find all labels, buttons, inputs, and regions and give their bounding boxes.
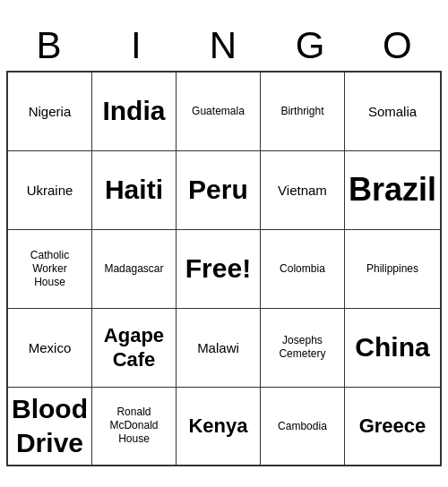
cell-text-3-1: AgapeCafe <box>104 323 164 372</box>
bingo-cell-3-0: Mexico <box>7 308 91 387</box>
bingo-cell-0-4: Somalia <box>344 72 441 150</box>
cell-text-4-0: BloodDrive <box>12 392 88 459</box>
bingo-cell-4-0: BloodDrive <box>7 387 91 466</box>
bingo-row-4: BloodDriveRonaldMcDonaldHouseKenyaCambod… <box>7 387 441 466</box>
header-letter-i: I <box>93 21 180 71</box>
cell-text-2-0: CatholicWorkerHouse <box>30 249 69 289</box>
cell-text-1-4: Brazil <box>349 171 436 209</box>
cell-text-2-3: Colombia <box>280 262 325 275</box>
cell-content-3-0: Mexico <box>12 312 88 383</box>
bingo-row-1: UkraineHaitiPeruVietnamBrazil <box>7 150 441 229</box>
bingo-cell-3-4: China <box>344 308 441 387</box>
bingo-row-0: NigeriaIndiaGuatemalaBirthrightSomalia <box>7 72 441 150</box>
bingo-cell-2-2: Free! <box>176 229 260 308</box>
cell-text-0-2: Guatemala <box>192 105 245 117</box>
cell-text-1-0: Ukraine <box>27 183 73 198</box>
cell-content-1-3: Vietnam <box>264 155 340 226</box>
cell-text-0-1: India <box>102 96 165 126</box>
bingo-cell-3-2: Malawi <box>176 308 260 387</box>
bingo-cell-1-3: Vietnam <box>260 150 344 229</box>
bingo-cell-1-2: Peru <box>176 150 260 229</box>
bingo-cell-0-3: Birthright <box>260 72 344 150</box>
cell-content-0-3: Birthright <box>264 76 340 147</box>
cell-content-0-0: Nigeria <box>12 76 88 147</box>
cell-content-1-0: Ukraine <box>12 155 88 226</box>
bingo-cell-0-1: India <box>91 72 176 150</box>
cell-text-1-1: Haiti <box>105 175 163 205</box>
cell-content-1-1: Haiti <box>96 155 172 226</box>
bingo-cell-4-2: Kenya <box>176 387 260 466</box>
cell-text-4-1: RonaldMcDonaldHouse <box>109 406 158 446</box>
cell-content-2-1: Madagascar <box>96 234 172 304</box>
cell-content-3-4: China <box>349 312 436 383</box>
header-letter-b: B <box>6 21 93 71</box>
cell-text-0-4: Somalia <box>368 104 417 119</box>
cell-text-4-2: Kenya <box>188 414 247 438</box>
cell-content-4-2: Kenya <box>180 391 256 462</box>
cell-content-1-2: Peru <box>180 155 256 226</box>
bingo-cell-1-0: Ukraine <box>7 150 91 229</box>
header-letter-n: N <box>180 21 267 71</box>
cell-content-0-4: Somalia <box>349 76 436 147</box>
bingo-cell-4-3: Cambodia <box>260 387 344 466</box>
cell-text-0-0: Nigeria <box>29 104 72 119</box>
bingo-cell-1-1: Haiti <box>91 150 176 229</box>
header-letter-g: G <box>268 21 355 71</box>
bingo-cell-2-3: Colombia <box>260 229 344 308</box>
bingo-row-2: CatholicWorkerHouseMadagascarFree!Colomb… <box>7 229 441 308</box>
bingo-cell-0-2: Guatemala <box>176 72 260 150</box>
cell-text-3-4: China <box>355 332 429 363</box>
bingo-cell-1-4: Brazil <box>344 150 441 229</box>
cell-content-0-2: Guatemala <box>180 76 256 147</box>
cell-content-4-0: BloodDrive <box>12 391 88 462</box>
bingo-cell-2-0: CatholicWorkerHouse <box>7 229 91 308</box>
bingo-cell-3-3: JosephsCemetery <box>260 308 344 387</box>
bingo-cell-4-4: Greece <box>344 387 441 466</box>
cell-text-1-2: Peru <box>188 175 248 205</box>
cell-text-1-3: Vietnam <box>278 183 327 198</box>
cell-content-2-4: Philippines <box>349 234 436 304</box>
cell-content-3-3: JosephsCemetery <box>264 312 340 383</box>
bingo-cell-4-1: RonaldMcDonaldHouse <box>91 387 176 466</box>
cell-content-0-1: India <box>96 76 172 147</box>
cell-content-3-1: AgapeCafe <box>96 312 172 383</box>
cell-text-0-3: Birthright <box>280 105 323 117</box>
cell-content-4-4: Greece <box>349 391 436 462</box>
cell-content-3-2: Malawi <box>180 312 256 383</box>
cell-content-4-1: RonaldMcDonaldHouse <box>96 391 172 462</box>
cell-text-4-3: Cambodia <box>278 420 327 432</box>
bingo-cell-3-1: AgapeCafe <box>91 308 176 387</box>
cell-content-4-3: Cambodia <box>264 391 340 462</box>
header-letter-o: O <box>355 21 442 71</box>
cell-text-3-3: JosephsCemetery <box>279 334 325 361</box>
cell-content-1-4: Brazil <box>349 155 436 226</box>
cell-content-2-2: Free! <box>180 234 256 304</box>
bingo-grid: NigeriaIndiaGuatemalaBirthrightSomaliaUk… <box>6 71 442 466</box>
bingo-cell-2-4: Philippines <box>344 229 441 308</box>
cell-content-2-3: Colombia <box>264 234 340 304</box>
cell-text-3-0: Mexico <box>29 340 72 355</box>
cell-text-2-1: Madagascar <box>104 262 163 275</box>
bingo-header: BINGO <box>6 21 442 71</box>
bingo-row-3: MexicoAgapeCafeMalawiJosephsCemeteryChin… <box>7 308 441 387</box>
cell-text-2-4: Philippines <box>366 262 418 275</box>
cell-text-3-2: Malawi <box>197 340 239 355</box>
cell-content-2-0: CatholicWorkerHouse <box>12 234 88 304</box>
cell-text-4-4: Greece <box>359 414 426 438</box>
bingo-cell-2-1: Madagascar <box>91 229 176 308</box>
bingo-cell-0-0: Nigeria <box>7 72 91 150</box>
